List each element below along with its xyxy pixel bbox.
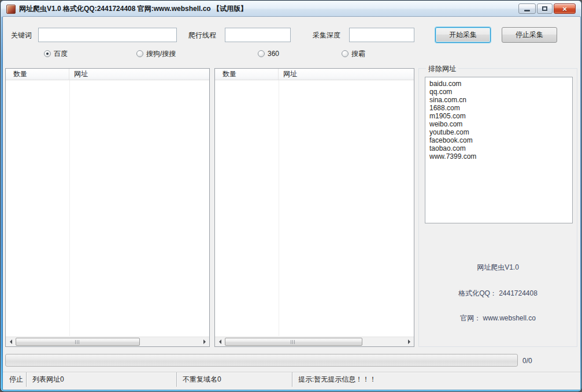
maximize-icon xyxy=(542,6,547,11)
exclude-url-item: 1688.com xyxy=(429,104,572,112)
exclude-url-item: sina.com.cn xyxy=(429,96,572,104)
scroll-left-arrow-icon xyxy=(8,339,12,344)
exclude-groupbox: 排除网址 baidu.com qq.com sina.com.cn 1688.c… xyxy=(418,68,577,347)
radio-souba-label: 搜霸 xyxy=(351,49,365,59)
keyword-input[interactable] xyxy=(38,28,177,42)
exclude-url-item: qq.com xyxy=(429,88,572,96)
radio-sogou-soso-icon xyxy=(136,50,143,57)
window-title: 网址爬虫V1.0 格式化QQ:2441724408 官网:www.webshel… xyxy=(19,4,247,14)
column-divider xyxy=(69,80,70,336)
about-website: 官网： www.webshell.co xyxy=(419,313,577,323)
exclude-url-item: baidu.com xyxy=(429,80,572,88)
app-window: 网址爬虫V1.0 格式化QQ:2441724408 官网:www.webshel… xyxy=(0,0,582,392)
maximize-button[interactable] xyxy=(537,3,553,14)
radio-baidu-icon xyxy=(44,50,51,57)
keyword-label: 关键词 xyxy=(11,31,32,39)
minimize-icon xyxy=(524,10,530,12)
radio-360-label: 360 xyxy=(268,50,279,58)
exclude-url-item: taobao.com xyxy=(429,144,572,152)
depth-input[interactable] xyxy=(349,28,414,42)
radio-baidu-label: 百度 xyxy=(54,49,68,59)
status-list-url-count: 列表网址0 xyxy=(27,372,177,387)
radio-souba-icon xyxy=(342,50,349,57)
radio-baidu[interactable]: 百度 xyxy=(44,50,68,58)
radio-360[interactable]: 360 xyxy=(258,50,279,58)
depth-label: 采集深度 xyxy=(313,31,340,39)
column-header-url[interactable]: 网址 xyxy=(69,69,209,80)
exclude-url-item: weibo.com xyxy=(429,120,572,128)
title-bar[interactable]: 网址爬虫V1.0 格式化QQ:2441724408 官网:www.webshel… xyxy=(1,1,581,17)
close-button[interactable]: × xyxy=(554,3,576,14)
status-bar: 停止 列表网址0 不重复域名0 提示:暂无提示信息！！！ xyxy=(3,372,580,387)
progress-count-label: 0/0 xyxy=(522,357,532,365)
radio-sogou-soso-label: 搜狗/搜搜 xyxy=(146,49,176,59)
scrollbar-thumb[interactable] xyxy=(16,338,140,346)
exclude-urls-label: 排除网址 xyxy=(426,64,458,74)
app-icon xyxy=(6,5,16,14)
about-qq: 格式化QQ： 2441724408 xyxy=(419,289,577,298)
status-unique-domain-count: 不重复域名0 xyxy=(177,372,292,387)
column-header-count[interactable]: 数量 xyxy=(215,69,279,80)
stop-collect-button[interactable]: 停止采集 xyxy=(502,27,557,43)
scroll-left-button[interactable] xyxy=(215,337,225,346)
column-header-url[interactable]: 网址 xyxy=(279,69,414,80)
radio-360-icon xyxy=(258,50,265,57)
url-list-right-header: 数量 网址 xyxy=(215,69,414,80)
exclude-url-item: youtube.com xyxy=(429,128,572,136)
status-state: 停止 xyxy=(3,372,27,387)
url-list-left: 数量 网址 xyxy=(5,68,210,347)
status-hint-message: 提示:暂无提示信息！！！ xyxy=(292,372,580,387)
scroll-right-button[interactable] xyxy=(199,337,209,346)
column-header-count[interactable]: 数量 xyxy=(6,69,69,80)
scroll-left-button[interactable] xyxy=(6,337,16,346)
url-list-right-body[interactable] xyxy=(215,80,414,336)
exclude-url-item: m1905.com xyxy=(429,112,572,120)
url-list-right: 数量 网址 xyxy=(214,68,414,347)
scrollbar-thumb[interactable] xyxy=(225,338,362,346)
progress-bar xyxy=(5,354,518,367)
scroll-right-button[interactable] xyxy=(404,337,414,346)
exclude-url-item: www.7399.com xyxy=(429,152,572,160)
scroll-left-arrow-icon xyxy=(217,339,221,344)
minimize-button[interactable] xyxy=(518,3,536,14)
url-list-left-hscrollbar[interactable] xyxy=(6,337,209,346)
url-list-left-body[interactable] xyxy=(6,80,209,336)
exclude-url-item: facebook.com xyxy=(429,136,572,144)
radio-souba[interactable]: 搜霸 xyxy=(342,50,365,58)
window-controls: × xyxy=(518,3,576,14)
exclude-urls-textarea[interactable]: baidu.com qq.com sina.com.cn 1688.com m1… xyxy=(425,77,573,223)
url-list-left-header: 数量 网址 xyxy=(6,69,209,80)
threads-input[interactable] xyxy=(225,28,291,42)
url-list-right-hscrollbar[interactable] xyxy=(215,337,414,346)
client-area: 关键词 爬行线程 采集深度 开始采集 停止采集 百度 搜狗/搜搜 360 搜霸 … xyxy=(3,17,580,390)
scroll-right-arrow-icon xyxy=(203,339,208,344)
threads-label: 爬行线程 xyxy=(188,31,216,39)
start-collect-button[interactable]: 开始采集 xyxy=(435,27,491,43)
radio-sogou-soso[interactable]: 搜狗/搜搜 xyxy=(136,50,176,58)
column-divider xyxy=(279,80,279,336)
scroll-right-arrow-icon xyxy=(408,339,413,344)
about-app-name: 网址爬虫V1.0 xyxy=(419,263,577,272)
close-icon: × xyxy=(562,5,567,13)
